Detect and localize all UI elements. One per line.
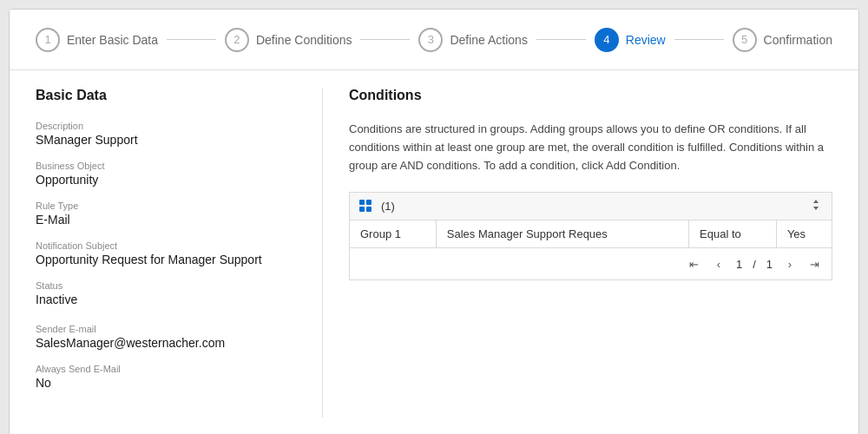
table-cell-group: Group 1 [350,220,437,248]
table-cell-operator: Equal to [689,220,777,248]
svg-rect-3 [366,207,372,212]
field-rule-type: Rule Type E-Mail [36,201,296,227]
conditions-title: Conditions [349,88,832,103]
pagination: ⇤ ‹ 1 / 1 › ⇥ [349,248,832,280]
field-notification-subject-label: Notification Subject [36,240,296,251]
table-row: Group 1 Sales Manager Support Reques Equ… [350,220,832,248]
step-1[interactable]: 1 Enter Basic Data [36,28,158,52]
step-2[interactable]: 2 Define Conditions [225,28,352,52]
field-rule-type-value: E-Mail [36,213,296,227]
sort-icon[interactable] [809,198,823,214]
conditions-toolbar: (1) [349,192,832,220]
page-next-button[interactable]: › [779,253,800,274]
step-4-circle: 4 [595,28,619,52]
step-5-label: Confirmation [764,33,832,47]
field-status-value: Inactive [36,293,296,306]
field-sender-email-value: SalesManager@westernacher.com [36,336,296,350]
page-prev-button[interactable]: ‹ [708,253,729,274]
field-notification-subject: Notification Subject Opportunity Request… [36,240,296,266]
field-business-object-label: Business Object [36,161,296,171]
left-panel: Basic Data Description SManager Support … [36,88,296,418]
connector-4-5 [674,39,724,40]
connector-2-3 [360,39,410,40]
field-sender-email: Sender E-mail SalesManager@westernacher.… [36,324,296,350]
grid-icon [358,199,374,214]
step-2-label: Define Conditions [256,33,352,47]
field-business-object: Business Object Opportunity [36,161,296,187]
page-first-button[interactable]: ⇤ [684,253,705,274]
main-window: 1 Enter Basic Data 2 Define Conditions 3… [9,9,859,434]
field-always-send: Always Send E-Mail No [36,364,296,390]
svg-rect-1 [366,200,372,205]
connector-1-2 [167,39,216,40]
step-3[interactable]: 3 Define Actions [418,28,528,52]
field-rule-type-label: Rule Type [36,201,296,211]
basic-data-title: Basic Data [36,88,296,103]
field-description: Description SManager Support [36,121,296,147]
table-cell-value: Yes [776,220,832,248]
toolbar-left: (1) [358,199,395,214]
field-description-label: Description [36,121,296,131]
page-separator: / [753,258,756,271]
conditions-count: (1) [381,200,395,213]
table-cell-field: Sales Manager Support Reques [436,220,688,248]
step-3-circle: 3 [418,28,443,52]
field-description-value: SManager Support [36,133,296,147]
page-last-button[interactable]: ⇥ [804,253,825,274]
step-5-circle: 5 [733,28,757,52]
conditions-table: Group 1 Sales Manager Support Reques Equ… [349,220,832,248]
step-1-label: Enter Basic Data [67,33,158,47]
right-panel: Conditions Conditions are structured in … [322,88,832,418]
page-total: 1 [766,258,773,271]
field-status: Status Inactive [36,280,296,306]
connector-3-4 [536,39,586,40]
content-area: Basic Data Description SManager Support … [10,70,858,434]
step-4-label: Review [626,33,666,47]
svg-rect-2 [359,207,365,212]
field-always-send-label: Always Send E-Mail [36,364,296,374]
page-current: 1 [736,258,742,271]
step-5[interactable]: 5 Confirmation [733,28,832,52]
field-notification-subject-value: Opportunity Request for Manager Support [36,253,296,266]
step-1-circle: 1 [36,28,60,52]
stepper: 1 Enter Basic Data 2 Define Conditions 3… [10,10,858,70]
step-3-label: Define Actions [450,33,528,47]
field-business-object-value: Opportunity [36,173,296,187]
svg-rect-0 [359,200,365,205]
field-sender-email-label: Sender E-mail [36,324,296,334]
step-2-circle: 2 [225,28,249,52]
conditions-description: Conditions are structured in groups. Add… [349,121,832,174]
field-always-send-value: No [36,376,296,390]
field-status-label: Status [36,280,296,291]
step-4[interactable]: 4 Review [595,28,666,52]
